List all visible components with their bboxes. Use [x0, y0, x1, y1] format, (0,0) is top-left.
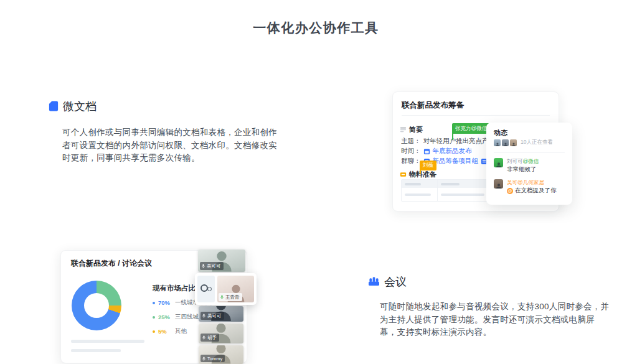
time-row: 时间： 年底新品发布	[401, 147, 472, 156]
screen-share-panel	[197, 276, 215, 302]
video-tile[interactable]: 吴可可	[199, 306, 243, 322]
doc-icon	[49, 100, 59, 112]
viewer-avatar	[502, 139, 509, 146]
active-speaker-tile[interactable]: 王青青	[195, 273, 257, 305]
group-label: 群聊：	[401, 157, 421, 166]
logo-icon	[207, 287, 212, 291]
at-mention-icon: @	[507, 188, 513, 194]
comment-author: 吴可@几何家居	[507, 179, 544, 187]
time-link[interactable]: 年底新品发布	[433, 147, 472, 156]
calendar-icon	[423, 148, 430, 155]
legend-dot	[153, 330, 155, 333]
mention-notice: @ 在文档提及了你	[507, 187, 557, 195]
materials-section: 物料准备	[400, 170, 436, 179]
assignee-cursor-caret	[420, 168, 421, 174]
meeting-title: 联合新品发布 / 讨论会议	[71, 258, 152, 269]
doc-title: 联合新品发布筹备	[402, 100, 464, 111]
collaborator-cursor-caret	[452, 132, 453, 140]
topic-value: 对年轻用户推出亮点产品	[423, 137, 496, 146]
viewer-avatar	[510, 139, 517, 146]
placeholder-bar	[71, 349, 121, 352]
activity-panel: 动态 10人正在查看 刘可可@微信 非常细致了 吴可@几何家居 @ 在文档提及了	[486, 123, 572, 205]
table-header-row	[402, 180, 493, 188]
collaborator-cursor-tag: 张克力@微信	[452, 123, 490, 134]
table-row	[402, 188, 493, 201]
video-tile[interactable]: 吴可可	[198, 250, 245, 272]
mic-icon	[202, 335, 206, 340]
meeting-icon	[368, 276, 380, 286]
comment-text: 非常细致了	[507, 166, 537, 174]
materials-icon	[400, 171, 407, 178]
mic-icon	[202, 314, 206, 318]
feature-doc-description: 可个人创作或与同事共同编辑的文档和表格，企业和创作者可设置文档的内外部访问权限、…	[62, 126, 281, 165]
comment-avatar	[494, 179, 503, 189]
viewers-count: 10人正在查看	[521, 139, 553, 146]
participant-name-label: 王青青	[219, 293, 242, 301]
mic-icon	[202, 357, 206, 361]
participant-name-label: 胡予	[200, 334, 219, 342]
mic-icon	[220, 295, 224, 299]
landing-page: 一体化办公协作工具 微文档 可个人创作或与同事共同编辑的文档和表格，企业和创作者…	[0, 0, 632, 364]
comment-avatar	[494, 158, 503, 167]
video-tile[interactable]: 胡予	[199, 324, 243, 343]
assignee-cursor-tag: 刘薇	[420, 161, 436, 170]
donut-chart	[72, 281, 121, 330]
activity-title: 动态	[494, 128, 507, 138]
group-link-1[interactable]: 新品筹备项目组	[433, 157, 479, 166]
feature-doc-heading: 微文档	[63, 99, 97, 114]
active-speaker-video: 王青青	[217, 276, 254, 302]
participant-name-label: 吴可可	[200, 262, 224, 270]
feature-meeting-description: 可随时随地发起和参与音视频会议，支持300人同时参会，并为主持人提供了管理功能。…	[380, 301, 610, 339]
summary-label: 简要	[409, 125, 423, 134]
topic-row: 主题： 对年轻用户推出亮点产品	[401, 137, 495, 146]
video-tile[interactable]: Tommy	[199, 345, 243, 364]
legend-dot	[153, 316, 155, 319]
time-label: 时间：	[401, 147, 421, 156]
divider	[494, 152, 565, 153]
placeholder-table	[401, 179, 493, 202]
participant-name-label: Tommy	[200, 355, 225, 362]
feature-meeting-heading: 会议	[384, 274, 407, 289]
mic-icon	[201, 264, 205, 268]
topic-label: 主题：	[401, 137, 421, 146]
placeholder-bar	[71, 340, 144, 343]
participant-name-label: 吴可可	[200, 312, 224, 320]
list-icon	[400, 126, 407, 133]
legend-dot	[153, 302, 155, 304]
comment-author: 刘可可@微信	[507, 158, 539, 166]
viewers-row: 10人正在查看	[494, 139, 553, 146]
summary-section: 简要	[400, 125, 423, 134]
viewer-avatar	[494, 139, 501, 146]
materials-label: 物料准备	[409, 170, 436, 179]
divider	[402, 115, 550, 116]
page-title: 一体化办公协作工具	[0, 19, 632, 37]
